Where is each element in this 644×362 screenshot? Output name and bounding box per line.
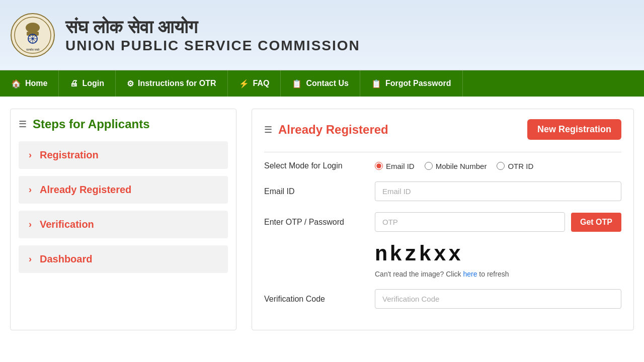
verification-input[interactable] [375,289,621,309]
step-already-label: Already Registered [40,184,131,196]
step-already-registered[interactable]: › Already Registered [19,176,228,204]
radio-email-option[interactable]: Email ID [375,162,415,170]
radio-otr-label: OTR ID [508,162,533,170]
header: सत्यमेव जयते संघ लोक सेवा आयोग UNION PUB… [0,0,644,70]
captcha-hint2-text: to refresh [479,270,509,278]
svg-text:सत्यमेव जयते: सत्यमेव जयते [26,48,40,51]
radio-mobile-option[interactable]: Mobile Number [425,162,487,170]
captcha-section: nkzkxx Can't read the image? Click here … [264,243,621,278]
nav-instructions-label: Instructions for OTR [138,79,216,88]
captcha-refresh-hint: Can't read the image? Click here to refr… [375,270,621,278]
navbar: 🏠 Home 🖨 Login ⚙ Instructions for OTR ⚡ … [0,70,644,97]
radio-email-label: Email ID [386,162,415,170]
right-panel-header: ☰ Already Registered New Registration [264,119,621,140]
hamburger-icon: ☰ [19,119,27,130]
home-icon: 🏠 [11,79,21,88]
nav-forgot[interactable]: 📋 Forgot Password [360,70,463,97]
nav-home-label: Home [25,79,47,88]
new-registration-button[interactable]: New Registration [527,119,621,140]
login-mode-row: Select Mode for Login Email ID Mobile Nu… [264,161,621,170]
step-dashboard[interactable]: › Dashboard [19,245,228,273]
right-panel: ☰ Already Registered New Registration Se… [252,109,634,330]
otp-input-group: Get OTP [375,212,621,232]
svg-point-2 [26,23,40,33]
step-already-arrow: › [29,185,32,195]
radio-mobile-input[interactable] [425,162,433,170]
login-icon: 🖨 [70,79,78,88]
nav-home[interactable]: 🏠 Home [0,70,59,97]
radio-email-input[interactable] [375,162,383,170]
step-registration[interactable]: › Registration [19,141,228,169]
left-panel-title: Steps for Applicants [33,117,149,131]
nav-faq-label: FAQ [253,79,270,88]
nav-contact-label: Contact Us [306,79,348,88]
hindi-title: संघ लोक सेवा आयोग [65,16,360,38]
nav-forgot-label: Forgot Password [385,79,451,88]
faq-icon: ⚡ [239,79,249,88]
verification-row: Verification Code [264,289,621,309]
otp-input[interactable] [375,212,565,232]
otp-label: Enter OTP / Password [264,218,365,227]
step-registration-label: Registration [40,149,99,161]
english-title: UNION PUBLIC SERVICE COMMISSION [65,38,360,54]
step-verification-arrow: › [29,219,32,230]
login-mode-label: Select Mode for Login [264,161,365,170]
verification-label: Verification Code [264,295,365,304]
nav-faq[interactable]: ⚡ FAQ [228,70,281,97]
email-label: Email ID [264,187,365,196]
radio-mobile-label: Mobile Number [436,162,487,170]
radio-otr-input[interactable] [497,162,505,170]
captcha-image-text: nkzkxx [375,243,621,267]
right-panel-title: Already Registered [278,123,388,137]
step-dashboard-arrow: › [29,254,32,264]
contact-icon: 📋 [292,79,302,88]
captcha-refresh-link[interactable]: here [463,270,477,278]
step-verification-label: Verification [40,219,94,230]
right-panel-title-wrap: ☰ Already Registered [264,123,388,137]
email-input[interactable] [375,182,621,201]
radio-otr-option[interactable]: OTR ID [497,162,533,170]
nav-login-label: Login [82,79,104,88]
login-mode-radio-group: Email ID Mobile Number OTR ID [375,162,621,170]
otp-row: Enter OTP / Password Get OTP [264,212,621,232]
captcha-hint-text: Can't read the image? Click [375,270,461,278]
left-panel-header: ☰ Steps for Applicants [19,117,228,131]
email-input-wrap [375,182,621,201]
nav-instructions[interactable]: ⚙ Instructions for OTR [116,70,228,97]
main-content: ☰ Steps for Applicants › Registration › … [0,97,644,342]
get-otp-button[interactable]: Get OTP [571,213,621,232]
step-verification[interactable]: › Verification [19,211,228,238]
right-hamburger-icon: ☰ [264,124,272,135]
verification-input-wrap [375,289,621,309]
divider-top [264,152,621,152]
step-dashboard-label: Dashboard [40,253,92,265]
upsc-logo: सत्यमेव जयते [10,13,55,58]
step-registration-arrow: › [29,150,32,160]
header-text: संघ लोक सेवा आयोग UNION PUBLIC SERVICE C… [65,16,360,54]
nav-contact[interactable]: 📋 Contact Us [281,70,360,97]
steps-list: › Registration › Already Registered › Ve… [19,141,228,273]
left-panel: ☰ Steps for Applicants › Registration › … [10,109,236,330]
nav-login[interactable]: 🖨 Login [59,70,116,97]
email-row: Email ID [264,182,621,201]
forgot-icon: 📋 [371,79,381,88]
instructions-icon: ⚙ [127,79,134,88]
